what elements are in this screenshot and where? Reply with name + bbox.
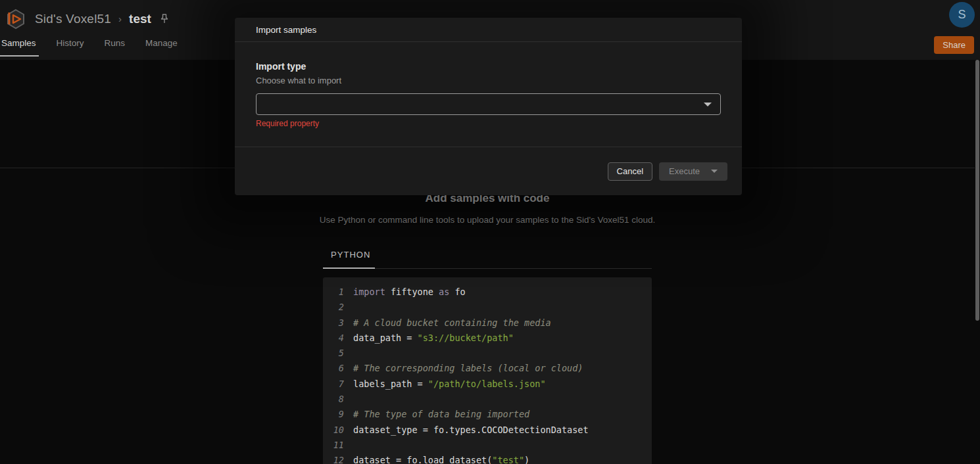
- import-type-description: Choose what to import: [256, 76, 721, 85]
- line-number: 5: [323, 346, 344, 361]
- import-type-label: Import type: [256, 61, 721, 72]
- tab-samples[interactable]: Samples: [1, 38, 36, 57]
- line-number: 7: [323, 377, 344, 392]
- code-text: # A cloud bucket containing the media: [353, 315, 551, 331]
- execute-dropdown-icon[interactable]: [711, 170, 718, 173]
- code-line: 11: [323, 438, 652, 453]
- dataset-name: test: [129, 12, 151, 26]
- line-number: 1: [323, 285, 344, 300]
- line-number: 12: [323, 453, 344, 464]
- modal-body: Import type Choose what to import Requir…: [235, 42, 742, 128]
- code-line: 12dataset = fo.load_dataset("test"): [323, 453, 652, 464]
- pin-icon[interactable]: [160, 13, 169, 24]
- modal-title: Import samples: [256, 25, 316, 35]
- code-line: 8: [323, 392, 652, 407]
- required-property-error: Required property: [256, 119, 721, 128]
- tab-runs[interactable]: Runs: [105, 38, 126, 57]
- code-line: 10dataset_type = fo.types.COCODetectionD…: [323, 423, 652, 438]
- code-tabbar: PYTHON: [323, 244, 652, 269]
- line-number: 8: [323, 392, 344, 407]
- code-column: PYTHON 1import fiftyone as fo23# A cloud…: [323, 244, 652, 464]
- user-avatar[interactable]: S: [949, 2, 975, 28]
- line-number: 2: [323, 300, 344, 315]
- code-line: 1import fiftyone as fo: [323, 285, 652, 300]
- modal-header: Import samples: [235, 18, 742, 42]
- import-type-select[interactable]: [256, 93, 721, 115]
- execute-button[interactable]: Execute: [659, 162, 727, 181]
- line-number: 4: [323, 331, 344, 346]
- scrollbar-thumb[interactable]: [975, 60, 979, 321]
- org-name[interactable]: Sid's Voxel51: [35, 12, 111, 26]
- code-line: 4data_path = "s3://bucket/path": [323, 331, 652, 346]
- code-text: # The type of data being imported: [353, 407, 529, 422]
- code-line: 2: [323, 300, 652, 315]
- code-block: 1import fiftyone as fo23# A cloud bucket…: [323, 277, 652, 464]
- section-subheading: Use Python or command line tools to uplo…: [0, 215, 975, 225]
- code-text: dataset_type = fo.types.COCODetectionDat…: [353, 423, 589, 438]
- line-number: 11: [323, 438, 344, 453]
- code-line: 9# The type of data being imported: [323, 407, 652, 422]
- tab-manage[interactable]: Manage: [145, 38, 178, 57]
- breadcrumb-separator: ›: [118, 13, 122, 24]
- tab-history[interactable]: History: [57, 38, 84, 57]
- chevron-down-icon: [704, 103, 712, 106]
- code-text: data_path = "s3://bucket/path": [353, 331, 514, 346]
- code-line: 6# The corresponding labels (local or cl…: [323, 361, 652, 376]
- code-line: 3# A cloud bucket containing the media: [323, 315, 652, 331]
- code-line: 7labels_path = "/path/to/labels.json": [323, 377, 652, 392]
- voxel51-logo-icon: [5, 9, 26, 30]
- code-text: labels_path = "/path/to/labels.json": [353, 377, 546, 392]
- modal-footer: Cancel Execute: [235, 147, 742, 195]
- add-samples-section: Add samples with code Use Python or comm…: [0, 168, 975, 464]
- line-number: 6: [323, 361, 344, 376]
- active-tab-indicator: [323, 267, 375, 269]
- line-number: 10: [323, 423, 344, 438]
- share-button[interactable]: Share: [934, 36, 974, 54]
- code-text: dataset = fo.load_dataset("test"): [353, 453, 529, 464]
- execute-button-label: Execute: [669, 166, 700, 176]
- tab-python[interactable]: PYTHON: [331, 244, 370, 268]
- code-text: import fiftyone as fo: [353, 285, 466, 300]
- code-line: 5: [323, 346, 652, 361]
- import-samples-modal: Import samples Import type Choose what t…: [235, 18, 742, 195]
- line-number: 9: [323, 407, 344, 422]
- line-number: 3: [323, 315, 344, 331]
- code-text: # The corresponding labels (local or clo…: [353, 361, 583, 376]
- cancel-button[interactable]: Cancel: [608, 162, 652, 181]
